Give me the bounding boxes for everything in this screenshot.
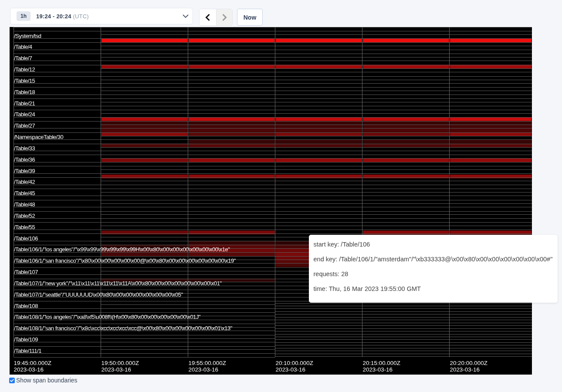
svg-text:/Table/108: /Table/108 [14,303,38,309]
svg-text:2023-03-16: 2023-03-16 [14,366,44,373]
svg-text:/Table/45: /Table/45 [14,190,35,196]
svg-text:/Table/39: /Table/39 [14,168,35,174]
svg-text:/Table/15: /Table/15 [14,78,35,84]
svg-text:/Table/36: /Table/36 [14,156,35,163]
svg-text:20:15:00.000Z: 20:15:00.000Z [363,360,400,366]
svg-text:20:10:00.000Z: 20:10:00.000Z [276,360,313,366]
svg-text:/Table/55: /Table/55 [14,224,35,230]
svg-text:/Table/4: /Table/4 [14,44,32,50]
svg-text:/NamespaceTable/30: /NamespaceTable/30 [14,134,63,140]
svg-text:/Table/42: /Table/42 [14,179,35,185]
svg-text:/Table/7: /Table/7 [14,55,32,61]
svg-text:/Table/106/1/"san francisco"/": /Table/106/1/"san francisco"/"\x80\x00\x… [14,257,236,264]
svg-text:2023-03-16: 2023-03-16 [363,366,393,373]
svg-text:19:45:00.000Z: 19:45:00.000Z [14,360,51,366]
svg-text:/Table/24: /Table/24 [14,111,35,118]
svg-text:19:55:00.000Z: 19:55:00.000Z [189,360,226,366]
svg-text:/Table/48: /Table/48 [14,201,35,208]
svg-text:/Table/12: /Table/12 [14,66,35,73]
svg-text:/Table/106: /Table/106 [14,235,38,242]
svg-text:/Table/109: /Table/109 [14,336,38,343]
svg-text:/Table/107: /Table/107 [14,269,38,275]
svg-text:/Table/107/1/"new york"/"\x11\: /Table/107/1/"new york"/"\x11\x11\x11\x1… [14,280,222,287]
svg-text:/Table/52: /Table/52 [14,213,35,219]
svg-text:2023-03-16: 2023-03-16 [102,366,132,373]
svg-text:/Table/106/1/"los angeles"/"\x: /Table/106/1/"los angeles"/"\x99\x99\x99… [14,246,230,253]
svg-text:2023-03-16: 2023-03-16 [189,366,219,373]
svg-text:/Table/21: /Table/21 [14,100,35,107]
svg-text:/Table/108/1/"los angeles"/"\x: /Table/108/1/"los angeles"/"\xa8\xf5\u00… [14,314,201,320]
svg-text:/Table/111/1: /Table/111/1 [14,348,41,354]
svg-text:2023-03-16: 2023-03-16 [450,366,480,373]
svg-text:20:20:00.000Z: 20:20:00.000Z [450,360,488,366]
svg-text:2023-03-16: 2023-03-16 [276,366,306,373]
svg-text:/Table/107/1/"seattle"/"UUUUUU: /Table/107/1/"seattle"/"UUUUUUD\x00\x80\… [14,291,183,298]
svg-text:/Table/27: /Table/27 [14,122,35,129]
svg-text:/Table/108/1/"san francisco"/": /Table/108/1/"san francisco"/"\x8c\xcc\x… [14,325,233,331]
svg-text:/Table/33: /Table/33 [14,145,35,152]
svg-text:/System/tsd: /System/tsd [14,33,41,39]
svg-text:/Table/18: /Table/18 [14,89,35,95]
svg-text:19:50:00.000Z: 19:50:00.000Z [102,360,139,366]
